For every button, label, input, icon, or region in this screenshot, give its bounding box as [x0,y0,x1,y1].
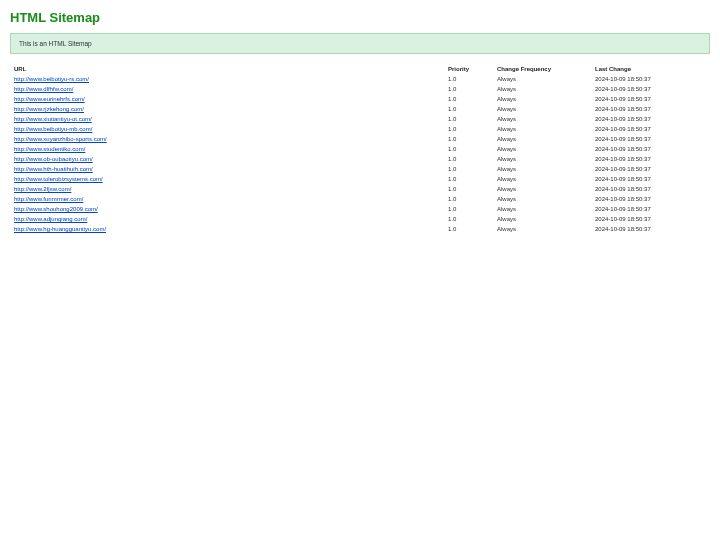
sitemap-link[interactable]: http://www.xuyanzhibo-sports.com/ [14,136,107,142]
header-url: URL [10,64,444,74]
sitemap-link[interactable]: http://www.beibotiyu-rs.com/ [14,76,89,82]
cell-frequency: Always [493,104,591,114]
sitemap-link[interactable]: http://www.rjzkehong.com/ [14,106,84,112]
sitemap-link[interactable]: http://www.xiutiantiyu-ot.com/ [14,116,92,122]
cell-frequency: Always [493,144,591,154]
cell-priority: 1.0 [444,104,493,114]
table-row: http://www.funmrmer.com/1.0Always2024-10… [10,194,710,204]
cell-frequency: Always [493,164,591,174]
cell-last-change: 2024-10-09 18:50:37 [591,124,710,134]
intro-text: This is an HTML Sitemap [19,40,92,47]
cell-priority: 1.0 [444,194,493,204]
table-row: http://www.xuyanzhibo-sports.com/1.0Alwa… [10,134,710,144]
cell-url: http://www.dlfhfw.com/ [10,84,444,94]
cell-frequency: Always [493,154,591,164]
table-row: http://www.ob-oubaotiyu.com/1.0Always202… [10,154,710,164]
table-row: http://www.hth-huatihuih.com/1.0Always20… [10,164,710,174]
sitemap-link[interactable]: http://www.eurinehrfs.com/ [14,96,85,102]
table-row: http://www.beibotiyu-rs.com/1.0Always202… [10,74,710,84]
sitemap-link[interactable]: http://www.hth-huatihuih.com/ [14,166,93,172]
header-priority: Priority [444,64,493,74]
cell-priority: 1.0 [444,144,493,154]
cell-priority: 1.0 [444,94,493,104]
sitemap-link[interactable]: http://www.studentiko.com/ [14,146,85,152]
cell-frequency: Always [493,114,591,124]
intro-box: This is an HTML Sitemap [10,33,710,54]
cell-url: http://www.hg-huangguantiyu.com/ [10,224,444,234]
cell-last-change: 2024-10-09 18:50:37 [591,194,710,204]
sitemap-link[interactable]: http://www.dlfhfw.com/ [14,86,73,92]
table-row: http://www.rjzkehong.com/1.0Always2024-1… [10,104,710,114]
table-row: http://www.xiutiantiyu-ot.com/1.0Always2… [10,114,710,124]
cell-frequency: Always [493,74,591,84]
sitemap-link[interactable]: http://www.adjunqiang.com/ [14,216,87,222]
table-row: http://www.eurinehrfs.com/1.0Always2024-… [10,94,710,104]
cell-last-change: 2024-10-09 18:50:37 [591,144,710,154]
cell-priority: 1.0 [444,124,493,134]
cell-last-change: 2024-10-09 18:50:37 [591,164,710,174]
cell-last-change: 2024-10-09 18:50:37 [591,134,710,144]
table-row: http://www.dlfhfw.com/1.0Always2024-10-0… [10,84,710,94]
cell-frequency: Always [493,174,591,184]
cell-priority: 1.0 [444,184,493,194]
cell-url: http://www.beibotiyu-rs.com/ [10,74,444,84]
cell-priority: 1.0 [444,134,493,144]
sitemap-link[interactable]: http://www.2fjsw.com/ [14,186,71,192]
cell-last-change: 2024-10-09 18:50:37 [591,104,710,114]
cell-priority: 1.0 [444,154,493,164]
table-row: http://www.2fjsw.com/1.0Always2024-10-09… [10,184,710,194]
cell-url: http://www.hth-huatihuih.com/ [10,164,444,174]
cell-frequency: Always [493,224,591,234]
cell-url: http://www.xiutiantiyu-ot.com/ [10,114,444,124]
cell-last-change: 2024-10-09 18:50:37 [591,184,710,194]
sitemap-link[interactable]: http://www.ob-oubaotiyu.com/ [14,156,93,162]
cell-url: http://www.funmrmer.com/ [10,194,444,204]
cell-priority: 1.0 [444,114,493,124]
cell-url: http://www.2fjsw.com/ [10,184,444,194]
cell-last-change: 2024-10-09 18:50:37 [591,114,710,124]
sitemap-link[interactable]: http://www.shouhong2009.com/ [14,206,98,212]
table-row: http://www.beibotiyu-mb.com/1.0Always202… [10,124,710,134]
cell-url: http://www.studentiko.com/ [10,144,444,154]
cell-priority: 1.0 [444,84,493,94]
sitemap-link[interactable]: http://www.hg-huangguantiyu.com/ [14,226,106,232]
table-row: http://www.hg-huangguantiyu.com/1.0Alway… [10,224,710,234]
cell-frequency: Always [493,84,591,94]
cell-frequency: Always [493,184,591,194]
sitemap-table: URL Priority Change Frequency Last Chang… [10,64,710,234]
cell-url: http://www.xuyanzhibo-sports.com/ [10,134,444,144]
cell-frequency: Always [493,94,591,104]
cell-url: http://www.eurinehrfs.com/ [10,94,444,104]
cell-last-change: 2024-10-09 18:50:37 [591,224,710,234]
table-row: http://www.studentiko.com/1.0Always2024-… [10,144,710,154]
cell-frequency: Always [493,124,591,134]
sitemap-link[interactable]: http://www.funmrmer.com/ [14,196,83,202]
cell-frequency: Always [493,214,591,224]
cell-last-change: 2024-10-09 18:50:37 [591,94,710,104]
cell-frequency: Always [493,194,591,204]
table-row: http://www.adjunqiang.com/1.0Always2024-… [10,214,710,224]
header-frequency: Change Frequency [493,64,591,74]
cell-last-change: 2024-10-09 18:50:37 [591,154,710,164]
cell-priority: 1.0 [444,204,493,214]
cell-last-change: 2024-10-09 18:50:37 [591,74,710,84]
cell-last-change: 2024-10-09 18:50:37 [591,204,710,214]
page-title: HTML Sitemap [10,10,710,25]
table-row: http://www.shouhong2009.com/1.0Always202… [10,204,710,214]
cell-last-change: 2024-10-09 18:50:37 [591,174,710,184]
header-last-change: Last Change [591,64,710,74]
cell-last-change: 2024-10-09 18:50:37 [591,214,710,224]
cell-url: http://www.beibotiyu-mb.com/ [10,124,444,134]
cell-frequency: Always [493,134,591,144]
cell-url: http://www.adjunqiang.com/ [10,214,444,224]
sitemap-link[interactable]: http://www.tolerobizsystems.com/ [14,176,103,182]
cell-priority: 1.0 [444,174,493,184]
cell-url: http://www.tolerobizsystems.com/ [10,174,444,184]
cell-priority: 1.0 [444,224,493,234]
cell-url: http://www.rjzkehong.com/ [10,104,444,114]
cell-priority: 1.0 [444,214,493,224]
cell-url: http://www.shouhong2009.com/ [10,204,444,214]
cell-url: http://www.ob-oubaotiyu.com/ [10,154,444,164]
table-header-row: URL Priority Change Frequency Last Chang… [10,64,710,74]
sitemap-link[interactable]: http://www.beibotiyu-mb.com/ [14,126,92,132]
